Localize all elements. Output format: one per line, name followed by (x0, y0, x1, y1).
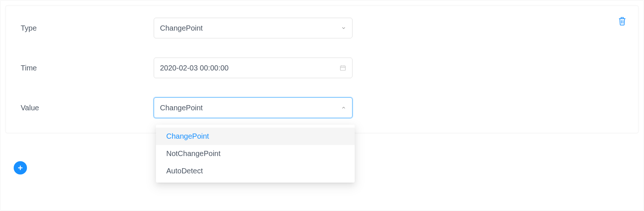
add-button[interactable] (14, 161, 27, 174)
value-option-changepoint[interactable]: ChangePoint (156, 128, 355, 145)
form-card: Type ChangePoint Time (6, 6, 638, 133)
chevron-down-icon (341, 25, 346, 31)
value-label: Value (21, 104, 154, 112)
time-label: Time (21, 64, 154, 72)
row-time: Time (21, 58, 623, 78)
type-label: Type (21, 24, 154, 32)
row-value: Value ChangePoint (21, 97, 623, 118)
delete-button[interactable] (617, 15, 627, 27)
trash-icon (617, 16, 627, 26)
time-input[interactable] (160, 64, 340, 72)
value-option-notchangepoint[interactable]: NotChangePoint (156, 145, 355, 162)
plus-icon (17, 164, 24, 172)
svg-rect-0 (340, 66, 345, 70)
time-input-wrapper[interactable] (154, 58, 352, 78)
value-option-autodetect[interactable]: AutoDetect (156, 162, 355, 180)
type-select-value: ChangePoint (160, 24, 341, 32)
row-type: Type ChangePoint (21, 18, 623, 38)
type-select[interactable]: ChangePoint (154, 18, 352, 38)
chevron-up-icon (341, 105, 346, 110)
panel-outer: Type ChangePoint Time (0, 0, 644, 211)
value-select[interactable]: ChangePoint (154, 97, 352, 118)
calendar-icon (340, 65, 346, 71)
value-select-value: ChangePoint (160, 104, 341, 112)
value-dropdown-menu: ChangePoint NotChangePoint AutoDetect (156, 125, 355, 183)
